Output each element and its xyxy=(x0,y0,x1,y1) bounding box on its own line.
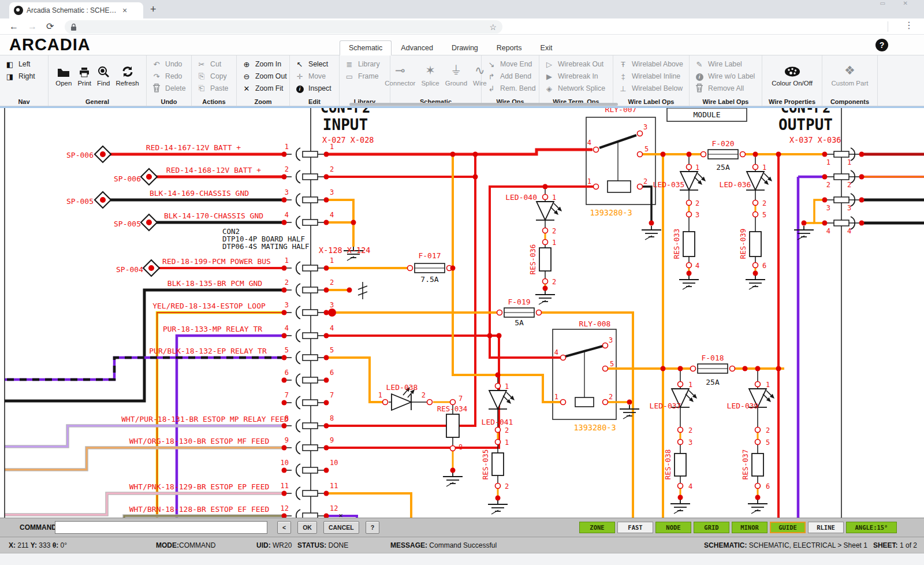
command-ok-button[interactable]: OK xyxy=(297,521,317,534)
tab-exit[interactable]: Exit xyxy=(531,40,562,55)
wirelabel-above-button[interactable]: ŦWirelabel Above xyxy=(618,59,685,69)
junction-dot xyxy=(282,423,287,429)
pin-circle xyxy=(678,484,683,489)
back-icon[interactable]: ← xyxy=(9,21,18,32)
schematic-text: 10 xyxy=(330,459,338,467)
command-back-button[interactable]: < xyxy=(277,521,291,534)
schematic-text: WHT/PNK-18-129-BR ESTOP EP FEED xyxy=(129,482,270,491)
help-icon[interactable]: ? xyxy=(875,39,888,51)
move-end-label: Move End xyxy=(500,60,532,68)
ribbon-scrollbar[interactable] xyxy=(349,103,618,106)
command-cancel-button[interactable]: CANCEL xyxy=(323,521,359,534)
tab-drawing[interactable]: Drawing xyxy=(442,40,487,55)
move-button[interactable]: ✛Move xyxy=(295,71,336,81)
wire xyxy=(685,394,690,399)
bookmark-star-icon[interactable]: ☆ xyxy=(489,23,497,32)
wirebreak-out-button[interactable]: ▷Wirebreak Out xyxy=(544,59,609,69)
wirelabel-inline-button[interactable]: ‡Wirelabel Inline xyxy=(618,71,685,81)
tab-close-icon[interactable]: × xyxy=(122,6,127,15)
schematic-text: 10 xyxy=(281,459,289,467)
inspect-button[interactable]: iInspect xyxy=(295,83,336,94)
command-input[interactable] xyxy=(55,521,267,534)
pin-arc xyxy=(296,216,300,229)
browser-menu-icon[interactable]: ⋮ xyxy=(904,20,914,31)
open-button[interactable]: Open xyxy=(55,60,72,88)
schematic-text: 2 xyxy=(330,165,334,173)
browser-tab[interactable]: Arcadia Schematic : SCHEMATIC × xyxy=(9,2,143,18)
zoom-fit-button[interactable]: ✕Zoom Fit xyxy=(241,83,286,94)
wirelabel-below-button[interactable]: ⊥Wirelabel Below xyxy=(618,83,685,94)
frame-button[interactable]: ▭Frame xyxy=(344,71,386,81)
ribbon-group-label: Components xyxy=(822,98,877,105)
add-bend-button[interactable]: ↱Add Bend xyxy=(486,71,535,81)
undo-button[interactable]: ↶Undo xyxy=(151,59,188,69)
connector-button[interactable]: ⊸Connector xyxy=(385,60,415,88)
new-tab-button[interactable]: + xyxy=(150,3,157,16)
schematic-text: 6 xyxy=(766,482,770,490)
zoom-out-button[interactable]: ⊖Zoom Out xyxy=(241,71,286,81)
toggle-rline[interactable]: RLINE xyxy=(808,522,844,533)
schematic-text: RED-18-199-PCM POWER BUS xyxy=(162,257,271,266)
print-button[interactable]: Print xyxy=(77,60,91,88)
window-controls[interactable]: ▭ ✕ xyxy=(880,0,916,6)
copy-button[interactable]: ⎘Copy xyxy=(196,71,233,81)
toggle-node[interactable]: NODE xyxy=(655,522,691,533)
delete-button[interactable]: Delete xyxy=(151,83,188,94)
remove-all-button[interactable]: Remove All xyxy=(694,83,758,94)
junction-dot xyxy=(661,366,666,371)
label-below-icon: ⊥ xyxy=(618,84,628,93)
schematic-text: 9 xyxy=(330,436,334,444)
toggle-minor[interactable]: MINOR xyxy=(732,522,767,533)
pin-arc xyxy=(296,262,300,274)
schematic-canvas[interactable]: 1122334411223344556677889910101111121211… xyxy=(0,108,924,518)
network-splice-button[interactable]: ◈Network Splice xyxy=(544,83,609,94)
junction-dot xyxy=(822,221,828,226)
pin-circle xyxy=(561,400,566,405)
junction-dot xyxy=(324,423,329,429)
left-button[interactable]: ◧Left xyxy=(5,59,44,69)
library-button[interactable]: ≣Library xyxy=(344,59,386,69)
wirebreak-in-icon: ▶ xyxy=(544,72,554,81)
move-end-button[interactable]: ↘Move End xyxy=(486,59,535,69)
colour-on-off-button[interactable]: Colour On/Off xyxy=(772,60,813,88)
cut-button[interactable]: ✂Cut xyxy=(196,59,233,69)
reload-icon[interactable]: ⟳ xyxy=(46,21,54,32)
redo-button[interactable]: ↷Redo xyxy=(151,71,188,81)
schematic-text: RES-034 xyxy=(437,404,468,413)
tab-advanced[interactable]: Advanced xyxy=(392,40,442,55)
splice-dot xyxy=(146,174,152,180)
url-field[interactable]: ☆ xyxy=(65,20,502,34)
toggle-guide[interactable]: GUIDE xyxy=(770,522,806,533)
custom-part-button[interactable]: ❖Custom Part xyxy=(832,60,869,88)
wire-label-icon: ✎ xyxy=(694,60,705,69)
wirebreak-in-button[interactable]: ▶Wirebreak In xyxy=(544,71,609,81)
toggle-fast[interactable]: FAST xyxy=(617,522,653,533)
junction-dot xyxy=(324,355,329,360)
toggle-angle-15[interactable]: ANGLE:15° xyxy=(846,522,897,533)
wire xyxy=(751,510,758,514)
toggle-zone[interactable]: ZONE xyxy=(579,522,615,533)
select-button[interactable]: ↖Select xyxy=(295,59,336,69)
junction-dot xyxy=(776,152,781,157)
wire-label-button[interactable]: ✎Wire Label xyxy=(694,59,758,69)
refresh-button[interactable]: Refresh xyxy=(116,60,139,88)
forward-icon[interactable]: → xyxy=(28,21,37,32)
toggle-grid[interactable]: GRID xyxy=(694,522,729,533)
command-help-button[interactable]: ? xyxy=(366,521,379,534)
schematic-text: 4 xyxy=(285,211,289,219)
rem-bend-button[interactable]: ↲Rem. Bend xyxy=(486,83,535,94)
wire-w-o-label-button[interactable]: iWire w/o Label xyxy=(694,71,758,81)
tab-schematic[interactable]: Schematic xyxy=(340,40,392,55)
ground-button[interactable]: ⏚Ground xyxy=(445,60,467,88)
zoom-in-button[interactable]: ⊕Zoom In xyxy=(241,59,286,69)
splice-button[interactable]: ✶Splice xyxy=(421,60,439,88)
paste-button[interactable]: ⎗Paste xyxy=(196,83,233,94)
right-button[interactable]: ◨Right xyxy=(5,71,44,81)
schematic-text: 4 xyxy=(330,324,334,332)
schematic-text: 4 xyxy=(688,482,692,490)
pin-arc xyxy=(296,148,300,161)
tab-reports[interactable]: Reports xyxy=(487,40,531,55)
wire xyxy=(683,285,690,289)
find-button[interactable]: Find xyxy=(97,60,110,88)
schematic-text: 1 xyxy=(505,438,509,447)
